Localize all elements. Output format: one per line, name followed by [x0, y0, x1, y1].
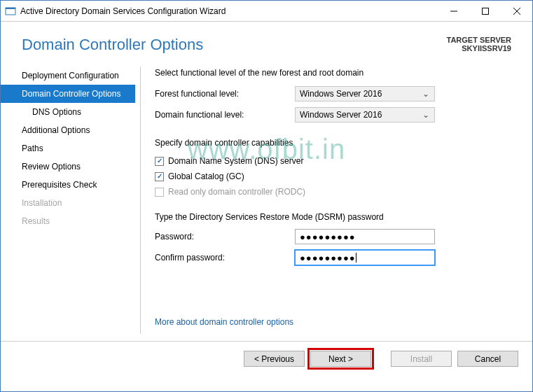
nav-paths[interactable]: Paths [1, 139, 141, 158]
main-pane: Select functional level of the new fores… [141, 61, 532, 341]
app-icon [5, 6, 16, 17]
dsrm-heading: Type the Directory Services Restore Mode… [155, 212, 511, 222]
chevron-down-icon: ⌄ [420, 89, 431, 99]
capabilities-heading: Specify domain controller capabilities [155, 138, 511, 148]
domain-level-label: Domain functional level: [155, 110, 295, 120]
page-title: Domain Controller Options [22, 36, 203, 54]
window-title: Active Directory Domain Services Configu… [20, 6, 438, 16]
checkbox-icon [155, 157, 164, 166]
checkbox-icon [155, 188, 164, 197]
page-header: Domain Controller Options TARGET SERVER … [1, 22, 532, 61]
minimize-button[interactable] [438, 1, 469, 21]
checkbox-label: Read only domain controller (RODC) [168, 187, 305, 197]
checkbox-icon [155, 172, 164, 181]
nav-prerequisites-check[interactable]: Prerequisites Check [1, 176, 141, 194]
cancel-button[interactable]: Cancel [457, 351, 518, 367]
confirm-password-input[interactable]: ●●●●●●●●● [295, 250, 435, 265]
checkbox-global-catalog[interactable]: Global Catalog (GC) [155, 172, 511, 181]
next-button[interactable]: Next > [310, 351, 371, 367]
domain-level-select[interactable]: Windows Server 2016 ⌄ [295, 107, 435, 122]
target-server-name: SKYIISSRV19 [447, 44, 512, 52]
intro-text: Select functional level of the new fores… [155, 68, 511, 78]
target-server-info: TARGET SERVER SKYIISSRV19 [447, 36, 512, 54]
more-about-link[interactable]: More about domain controller options [155, 317, 511, 327]
forest-level-select[interactable]: Windows Server 2016 ⌄ [295, 86, 435, 102]
target-server-label: TARGET SERVER [447, 36, 512, 44]
close-button[interactable] [501, 1, 532, 21]
chevron-down-icon: ⌄ [420, 110, 431, 120]
nav-installation: Installation [1, 194, 141, 212]
nav-additional-options[interactable]: Additional Options [1, 121, 141, 139]
svg-rect-1 [6, 8, 15, 9]
nav-domain-controller-options[interactable]: Domain Controller Options [1, 85, 135, 103]
nav-review-options[interactable]: Review Options [1, 158, 141, 176]
maximize-button[interactable] [469, 1, 501, 21]
domain-level-value: Windows Server 2016 [300, 110, 382, 120]
title-bar: Active Directory Domain Services Configu… [1, 1, 532, 22]
wizard-footer: < Previous Next > Install Cancel [1, 341, 532, 376]
nav-deployment-configuration[interactable]: Deployment Configuration [1, 66, 141, 85]
svg-rect-3 [482, 8, 488, 14]
forest-level-label: Forest functional level: [155, 89, 295, 99]
nav-dns-options[interactable]: DNS Options [1, 103, 141, 121]
checkbox-label: Global Catalog (GC) [168, 172, 244, 181]
checkbox-rodc: Read only domain controller (RODC) [155, 187, 511, 197]
checkbox-label: Domain Name System (DNS) server [168, 156, 303, 166]
nav-results: Results [1, 212, 141, 230]
install-button: Install [391, 351, 452, 367]
confirm-password-label: Confirm password: [155, 253, 295, 262]
password-label: Password: [155, 232, 295, 241]
password-input[interactable]: ●●●●●●●●● [295, 229, 435, 244]
checkbox-dns-server[interactable]: Domain Name System (DNS) server [155, 156, 511, 166]
forest-level-value: Windows Server 2016 [300, 89, 382, 99]
previous-button[interactable]: < Previous [244, 351, 305, 367]
wizard-sidebar: Deployment Configuration Domain Controll… [1, 61, 141, 341]
